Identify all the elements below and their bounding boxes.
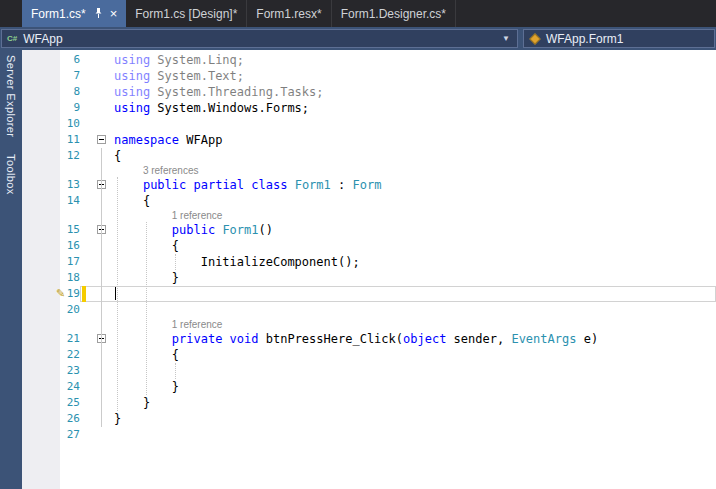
line-number[interactable]: 15 xyxy=(60,222,80,238)
code-text[interactable]: { xyxy=(114,193,716,209)
code-line[interactable]: 21 private void btnPressHere_Click(objec… xyxy=(22,331,716,347)
code-text[interactable]: using System.Linq; xyxy=(114,52,716,68)
code-text[interactable] xyxy=(114,286,716,302)
line-number[interactable]: 16 xyxy=(60,238,80,254)
outlining-margin[interactable] xyxy=(88,148,114,164)
code-editor[interactable]: 6using System.Linq;7using System.Text;8u… xyxy=(22,50,716,489)
code-line[interactable]: 27 xyxy=(22,427,716,443)
code-text[interactable] xyxy=(114,363,716,379)
close-icon[interactable]: × xyxy=(110,7,118,20)
code-line[interactable]: 6using System.Linq; xyxy=(22,52,716,68)
glyph-margin[interactable] xyxy=(22,100,60,116)
codelens-references-link[interactable]: 1 reference xyxy=(114,209,222,222)
glyph-margin[interactable]: ✎ xyxy=(22,286,60,302)
glyph-margin[interactable] xyxy=(22,238,60,254)
code-line[interactable]: 7using System.Text; xyxy=(22,68,716,84)
fold-collapse-button[interactable] xyxy=(97,334,106,343)
outlining-margin[interactable] xyxy=(88,193,114,209)
glyph-margin[interactable] xyxy=(22,411,60,427)
code-line[interactable]: 12{ xyxy=(22,148,716,164)
code-line[interactable]: 20 xyxy=(22,302,716,318)
glyph-margin[interactable] xyxy=(22,68,60,84)
code-line[interactable]: 10 xyxy=(22,116,716,132)
code-line[interactable]: 14 { xyxy=(22,193,716,209)
outlining-margin[interactable] xyxy=(88,100,114,116)
line-number[interactable]: 6 xyxy=(60,52,80,68)
glyph-margin[interactable] xyxy=(22,379,60,395)
line-number[interactable]: 17 xyxy=(60,254,80,270)
code-text[interactable]: using System.Text; xyxy=(114,68,716,84)
line-number[interactable]: 9 xyxy=(60,100,80,116)
outlining-margin[interactable] xyxy=(88,177,114,193)
code-text[interactable]: InitializeComponent(); xyxy=(114,254,716,270)
line-number[interactable]: 12 xyxy=(60,148,80,164)
code-line[interactable]: 25 } xyxy=(22,395,716,411)
code-line[interactable]: 23 xyxy=(22,363,716,379)
tab-form1-cs-design[interactable]: Form1.cs [Design]* xyxy=(126,0,247,27)
outlining-margin[interactable] xyxy=(88,379,114,395)
code-text[interactable]: public Form1() xyxy=(114,222,716,238)
outlining-margin[interactable] xyxy=(88,411,114,427)
line-number[interactable]: 7 xyxy=(60,68,80,84)
code-text[interactable]: using System.Windows.Forms; xyxy=(114,100,716,116)
code-line[interactable]: 24 } xyxy=(22,379,716,395)
line-number[interactable]: 11 xyxy=(60,132,80,148)
code-line[interactable]: 9using System.Windows.Forms; xyxy=(22,100,716,116)
fold-collapse-button[interactable] xyxy=(97,135,106,144)
outlining-margin[interactable] xyxy=(88,302,114,318)
line-number[interactable]: 18 xyxy=(60,270,80,286)
code-text[interactable]: namespace WFApp xyxy=(114,132,716,148)
codelens-references-link[interactable]: 1 reference xyxy=(114,318,222,331)
tab-form1-resx[interactable]: Form1.resx* xyxy=(247,0,331,27)
outlining-margin[interactable] xyxy=(88,286,114,302)
pin-icon[interactable] xyxy=(94,8,103,19)
code-text[interactable] xyxy=(114,427,716,443)
code-line[interactable]: 18 } xyxy=(22,270,716,286)
member-dropdown[interactable]: WFApp.Form1 xyxy=(523,29,715,48)
line-number[interactable]: 20 xyxy=(60,302,80,318)
code-text[interactable] xyxy=(114,116,716,132)
code-text[interactable]: using System.Threading.Tasks; xyxy=(114,84,716,100)
codelens-references-link[interactable]: 3 references xyxy=(114,164,198,177)
line-number[interactable]: 22 xyxy=(60,347,80,363)
line-number[interactable]: 10 xyxy=(60,116,80,132)
outlining-margin[interactable] xyxy=(88,347,114,363)
outlining-margin[interactable] xyxy=(88,395,114,411)
code-line[interactable]: 22 { xyxy=(22,347,716,363)
glyph-margin[interactable] xyxy=(22,302,60,318)
glyph-margin[interactable] xyxy=(22,270,60,286)
code-text[interactable]: public partial class Form1 : Form xyxy=(114,177,716,193)
glyph-margin[interactable] xyxy=(22,427,60,443)
sidebar-tab-toolbox[interactable]: Toolbox xyxy=(5,154,17,195)
line-number[interactable]: 25 xyxy=(60,395,80,411)
line-number[interactable]: 14 xyxy=(60,193,80,209)
outlining-margin[interactable] xyxy=(88,254,114,270)
outlining-margin[interactable] xyxy=(88,222,114,238)
glyph-margin[interactable] xyxy=(22,52,60,68)
outlining-margin[interactable] xyxy=(88,331,114,347)
glyph-margin[interactable] xyxy=(22,177,60,193)
glyph-margin[interactable] xyxy=(22,148,60,164)
code-line[interactable]: 15 public Form1() xyxy=(22,222,716,238)
glyph-margin[interactable] xyxy=(22,395,60,411)
line-number[interactable]: 27 xyxy=(60,427,80,443)
code-text[interactable]: { xyxy=(114,148,716,164)
code-text[interactable]: private void btnPressHere_Click(object s… xyxy=(114,331,716,347)
tab-form1-cs[interactable]: Form1.cs* × xyxy=(22,0,126,27)
outlining-margin[interactable] xyxy=(88,68,114,84)
glyph-margin[interactable] xyxy=(22,84,60,100)
outlining-margin[interactable] xyxy=(88,363,114,379)
line-number[interactable]: 13 xyxy=(60,177,80,193)
glyph-margin[interactable] xyxy=(22,331,60,347)
code-text[interactable]: { xyxy=(114,347,716,363)
sidebar-tab-server-explorer[interactable]: Server Explorer xyxy=(5,55,17,137)
code-text[interactable]: { xyxy=(114,238,716,254)
line-number[interactable]: 21 xyxy=(60,331,80,347)
outlining-margin[interactable] xyxy=(88,238,114,254)
outlining-margin[interactable] xyxy=(88,427,114,443)
outlining-margin[interactable] xyxy=(88,116,114,132)
code-line[interactable]: 11namespace WFApp xyxy=(22,132,716,148)
glyph-margin[interactable] xyxy=(22,193,60,209)
glyph-margin[interactable] xyxy=(22,222,60,238)
glyph-margin[interactable] xyxy=(22,363,60,379)
